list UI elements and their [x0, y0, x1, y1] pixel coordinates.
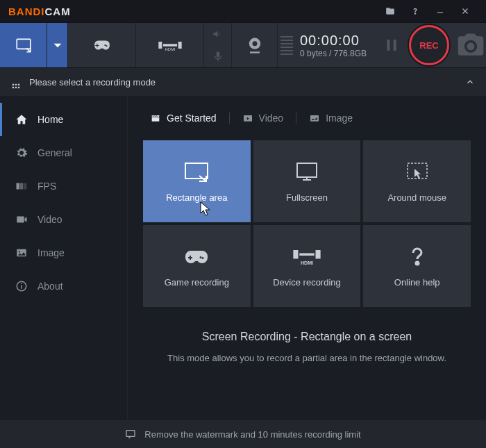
svg-rect-12 — [15, 84, 17, 85]
minimize-button[interactable] — [428, 0, 453, 22]
sidebar-item-label: Image — [37, 247, 65, 258]
svg-rect-19 — [24, 183, 27, 190]
content-tabs: Get Started Video Image — [143, 107, 471, 129]
sidebar-item-label: About — [37, 281, 63, 292]
question-icon — [403, 245, 431, 267]
content: Get Started Video Image Rectangle area F… — [128, 96, 486, 420]
tab-label: Image — [326, 113, 353, 124]
svg-rect-27 — [310, 115, 319, 122]
titlebar: BANDICAM — [0, 0, 486, 22]
svg-rect-28 — [185, 163, 208, 179]
description-body: This mode allows you to record a partial… — [143, 353, 471, 363]
chevron-up-icon — [465, 77, 475, 87]
svg-point-7 — [252, 41, 257, 46]
sidebar-item-about[interactable]: About — [0, 269, 127, 303]
screen-mode-button[interactable] — [0, 23, 47, 67]
svg-point-0 — [414, 13, 415, 14]
svg-rect-16 — [18, 87, 19, 88]
svg-rect-20 — [17, 217, 24, 223]
mic-icon — [204, 45, 231, 67]
device-mode-button[interactable]: HDMI — [136, 23, 204, 67]
fps-icon — [15, 180, 28, 192]
sidebar: Home General FPS Video Image About — [0, 96, 128, 420]
speaker-icon — [204, 23, 231, 45]
svg-point-34 — [416, 262, 419, 265]
svg-rect-8 — [387, 40, 389, 51]
timer-stats: 0 bytes / 776.8GB — [300, 49, 380, 58]
pause-button[interactable] — [380, 23, 403, 67]
tab-video[interactable]: Video — [235, 113, 291, 124]
info-icon — [15, 280, 28, 292]
svg-text:HDMI: HDMI — [165, 47, 175, 51]
svg-rect-24 — [21, 285, 22, 289]
svg-rect-25 — [21, 283, 22, 285]
fullscreen-icon — [293, 160, 321, 183]
record-button[interactable]: REC — [409, 25, 449, 65]
tab-label: Video — [259, 113, 284, 124]
clapper-icon — [150, 113, 161, 124]
grid-icon — [11, 83, 21, 92]
svg-rect-18 — [20, 183, 24, 190]
webcam-button[interactable] — [232, 23, 278, 67]
level-meter-icon — [280, 23, 293, 67]
game-mode-button[interactable] — [68, 23, 136, 67]
sidebar-item-image[interactable]: Image — [0, 236, 127, 269]
svg-rect-13 — [18, 84, 19, 85]
tile-fullscreen[interactable]: Fullscreen — [253, 140, 361, 222]
folder-icon[interactable] — [378, 0, 403, 22]
help-icon[interactable] — [403, 0, 428, 22]
sidebar-item-label: FPS — [37, 181, 56, 192]
tile-game-recording[interactable]: Game recording — [143, 225, 251, 307]
tile-label: Game recording — [165, 277, 229, 288]
svg-text:HDMI: HDMI — [301, 260, 313, 266]
mode-bar-text: Please select a recording mode — [29, 77, 156, 88]
svg-rect-11 — [12, 84, 14, 85]
tile-label: Fullscreen — [286, 192, 328, 203]
svg-rect-17 — [17, 183, 20, 190]
home-icon — [15, 113, 28, 126]
gear-icon — [15, 147, 28, 159]
close-button[interactable] — [453, 0, 478, 22]
sidebar-item-label: Home — [37, 114, 63, 125]
tile-label: Rectangle area — [166, 192, 227, 203]
mode-bar[interactable]: Please select a recording mode — [0, 68, 486, 96]
tab-get-started[interactable]: Get Started — [143, 113, 224, 124]
tab-image[interactable]: Image — [302, 113, 360, 124]
hdmi-icon: HDMI — [290, 245, 324, 267]
svg-rect-15 — [15, 87, 17, 88]
svg-rect-9 — [394, 40, 396, 51]
logo-part2: CAM — [45, 6, 71, 17]
play-folder-icon — [242, 113, 253, 124]
screenshot-button[interactable] — [455, 23, 486, 67]
app-logo: BANDICAM — [8, 6, 71, 17]
svg-rect-14 — [12, 87, 14, 88]
sidebar-item-general[interactable]: General — [0, 136, 127, 169]
audio-indicator-column — [204, 23, 232, 67]
tile-rectangle-area[interactable]: Rectangle area — [143, 140, 251, 222]
timer-time: 00:00:00 — [300, 33, 380, 49]
tile-label: Online help — [394, 277, 440, 288]
sidebar-item-fps[interactable]: FPS — [0, 169, 127, 203]
video-icon — [15, 213, 28, 226]
tile-device-recording[interactable]: HDMI Device recording — [253, 225, 361, 307]
logo-part1: BANDI — [8, 6, 45, 17]
tab-label: Get Started — [167, 113, 217, 124]
description: Screen Recording - Rectangle on a screen… — [143, 331, 471, 363]
tile-label: Device recording — [273, 277, 341, 288]
sidebar-item-label: Video — [37, 214, 62, 225]
comment-icon — [125, 429, 136, 440]
tile-grid: Rectangle area Fullscreen Around mouse G… — [143, 140, 471, 307]
tile-around-mouse[interactable]: Around mouse — [363, 140, 471, 222]
svg-point-10 — [467, 42, 475, 50]
svg-rect-32 — [408, 163, 427, 179]
svg-rect-4 — [17, 39, 31, 49]
toolbar: HDMI 00:00:00 0 bytes / 776.8GB REC — [0, 22, 486, 68]
footer[interactable]: Remove the watermark and 10 minutes reco… — [0, 420, 486, 448]
timer-display: 00:00:00 0 bytes / 776.8GB — [293, 23, 380, 67]
screen-mode-dropdown[interactable] — [47, 23, 68, 67]
tile-online-help[interactable]: Online help — [363, 225, 471, 307]
tile-label: Around mouse — [387, 192, 446, 203]
sidebar-item-home[interactable]: Home — [0, 103, 127, 136]
sidebar-item-video[interactable]: Video — [0, 203, 127, 236]
picture-icon — [309, 113, 320, 124]
